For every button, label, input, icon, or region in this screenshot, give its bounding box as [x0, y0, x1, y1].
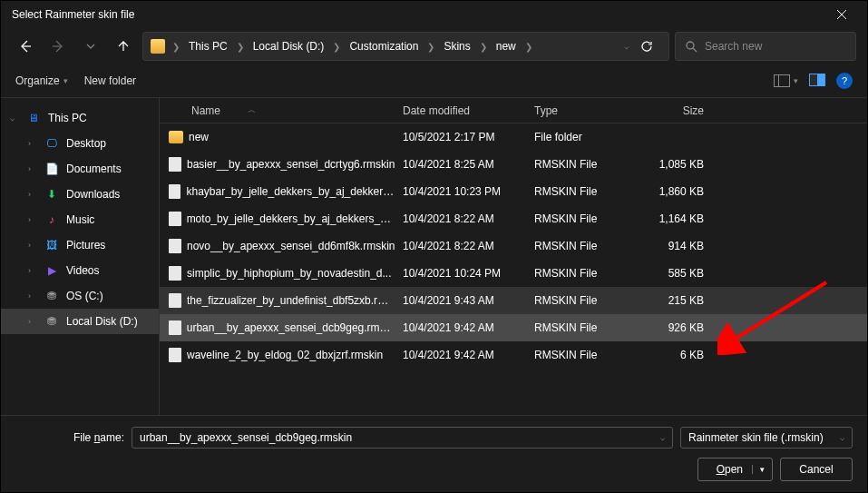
file-size: 914 KB: [631, 240, 722, 252]
column-size[interactable]: Size: [631, 104, 722, 117]
sidebar: ⌵ 🖥 This PC › 🖵 Desktop › 📄 Documents › …: [1, 98, 160, 415]
file-row[interactable]: the_fizzualizer_by_undefinist_dbf5zxb.rm…: [160, 287, 867, 314]
disk-icon: ⛃: [44, 314, 59, 329]
close-button[interactable]: [824, 1, 860, 28]
new-folder-button[interactable]: New folder: [84, 74, 136, 87]
filename-label: File name:: [15, 431, 124, 444]
file-row[interactable]: new10/5/2021 2:17 PMFile folder: [160, 123, 867, 151]
file-row[interactable]: waveline_2_by_eldog_02_dbxjzrf.rmskin10/…: [160, 341, 867, 369]
file-list: new10/5/2021 2:17 PMFile folderbasier__b…: [160, 123, 867, 415]
search-input[interactable]: Search new: [675, 32, 856, 61]
expand-icon[interactable]: ›: [28, 266, 37, 275]
filetype-filter[interactable]: Rainmeter skin file (.rmskin) ⌵: [680, 427, 853, 449]
sidebar-item-music[interactable]: › ♪ Music: [1, 207, 159, 232]
expand-icon[interactable]: ›: [28, 139, 37, 148]
chevron-down-icon: ⌵: [840, 433, 844, 442]
file-row[interactable]: khaybar_by_jelle_dekkers_by_aj_dekkers_.…: [160, 178, 867, 205]
organize-button[interactable]: Organize ▾: [15, 74, 68, 87]
search-placeholder: Search new: [705, 40, 762, 53]
sidebar-item-videos[interactable]: › ▶ Videos: [1, 258, 159, 283]
file-date: 10/4/2021 8:25 AM: [395, 158, 527, 171]
file-type: RMSKIN File: [527, 158, 631, 171]
preview-button[interactable]: [809, 74, 825, 89]
sidebar-item-documents[interactable]: › 📄 Documents: [1, 156, 159, 182]
file-type: RMSKIN File: [527, 185, 631, 198]
back-button[interactable]: [12, 33, 39, 60]
breadcrumb[interactable]: This PC: [187, 40, 229, 53]
file-size: 585 KB: [631, 267, 722, 280]
sidebar-item-downloads[interactable]: › ⬇ Downloads: [1, 182, 159, 207]
file-date: 10/4/2021 8:22 AM: [395, 212, 527, 225]
filename-input[interactable]: urban__by_apexxx_sensei_dcb9geg.rmskin ⌵: [132, 427, 673, 449]
sidebar-item-osc[interactable]: › ⛃ OS (C:): [1, 283, 159, 309]
titlebar: Select Rainmeter skin file: [1, 1, 867, 28]
sidebar-item-thispc[interactable]: ⌵ 🖥 This PC: [1, 105, 159, 131]
expand-icon[interactable]: ›: [28, 241, 37, 250]
file-row[interactable]: moto_by_jelle_dekkers_by_aj_dekkers_de..…: [160, 205, 867, 232]
download-icon: ⬇: [44, 187, 59, 202]
chevron-right-icon: ❯: [476, 42, 491, 52]
expand-icon[interactable]: ›: [28, 291, 37, 301]
sidebar-item-pictures[interactable]: › 🖼 Pictures: [1, 232, 159, 258]
sidebar-item-localdisk-d[interactable]: › ⛃ Local Disk (D:): [1, 309, 159, 334]
file-row[interactable]: novo__by_apexxx_sensei_dd6mf8k.rmskin10/…: [160, 232, 867, 260]
forward-button[interactable]: [44, 33, 72, 60]
up-button[interactable]: [110, 33, 137, 60]
cancel-button[interactable]: Cancel: [780, 458, 853, 481]
file-icon: [169, 348, 181, 362]
file-date: 10/4/2021 9:43 AM: [395, 294, 527, 307]
column-date[interactable]: Date modified: [395, 104, 527, 117]
open-dropdown-icon[interactable]: ▾: [752, 465, 765, 474]
open-button[interactable]: Open ▾: [697, 458, 773, 481]
file-type: RMSKIN File: [527, 294, 631, 307]
music-icon: ♪: [44, 212, 59, 227]
chevron-right-icon: ❯: [169, 42, 183, 52]
svg-point-0: [687, 42, 694, 49]
view-button[interactable]: ▾: [774, 74, 798, 87]
file-row[interactable]: urban__by_apexxx_sensei_dcb9geg.rmskin10…: [160, 314, 867, 341]
address-bar[interactable]: ❯ This PC ❯ Local Disk (D:) ❯ Customizat…: [142, 32, 669, 61]
search-icon: [685, 40, 697, 53]
breadcrumb[interactable]: Customization: [347, 40, 420, 53]
footer: File name: urban__by_apexxx_sensei_dcb9g…: [1, 415, 867, 492]
column-type[interactable]: Type: [527, 104, 631, 117]
refresh-button[interactable]: [632, 32, 661, 61]
sidebar-item-desktop[interactable]: › 🖵 Desktop: [1, 131, 159, 156]
desktop-icon: 🖵: [44, 136, 59, 151]
toolbar: Organize ▾ New folder ▾ ?: [1, 64, 867, 97]
file-pane: Name︿ Date modified Type Size new10/5/20…: [160, 98, 867, 415]
expand-icon[interactable]: ›: [28, 215, 37, 224]
breadcrumb[interactable]: Local Disk (D:): [251, 40, 327, 53]
expand-icon[interactable]: ›: [28, 164, 37, 173]
chevron-right-icon: ❯: [424, 42, 438, 52]
pc-icon: 🖥: [26, 111, 41, 125]
column-name[interactable]: Name︿: [160, 104, 395, 117]
file-name: new: [189, 131, 209, 143]
chevron-down-icon: ⌵: [660, 433, 665, 442]
expand-icon[interactable]: ›: [28, 317, 37, 326]
recent-dropdown[interactable]: [77, 33, 104, 60]
file-icon: [169, 266, 181, 281]
file-row[interactable]: simplic_by_hiphopium_by_novadestin_d...1…: [160, 260, 867, 287]
file-date: 10/4/2021 9:42 AM: [395, 321, 527, 334]
address-dropdown-icon[interactable]: ⌵: [624, 42, 629, 51]
collapse-icon[interactable]: ⌵: [10, 113, 19, 123]
navbar: ❯ This PC ❯ Local Disk (D:) ❯ Customizat…: [1, 28, 867, 64]
file-name: waveline_2_by_eldog_02_dbxjzrf.rmskin: [187, 349, 383, 361]
video-icon: ▶: [44, 263, 59, 278]
file-type: RMSKIN File: [527, 267, 631, 280]
file-name: simplic_by_hiphopium_by_novadestin_d...: [187, 267, 391, 280]
chevron-right-icon: ❯: [329, 42, 344, 52]
file-type: RMSKIN File: [527, 212, 631, 225]
file-type: RMSKIN File: [527, 321, 631, 334]
file-open-dialog: Select Rainmeter skin file ❯ This PC ❯ L…: [0, 0, 868, 493]
breadcrumb[interactable]: Skins: [442, 40, 472, 53]
chevron-right-icon: ❯: [233, 42, 248, 52]
column-headers: Name︿ Date modified Type Size: [160, 98, 867, 123]
breadcrumb[interactable]: new: [494, 40, 518, 53]
file-date: 10/4/2021 9:42 AM: [395, 349, 527, 361]
expand-icon[interactable]: ›: [28, 190, 37, 199]
help-button[interactable]: ?: [836, 73, 853, 89]
file-row[interactable]: basier__by_apexxx_sensei_dcrtyg6.rmskin1…: [160, 151, 867, 178]
disk-icon: ⛃: [44, 289, 59, 303]
